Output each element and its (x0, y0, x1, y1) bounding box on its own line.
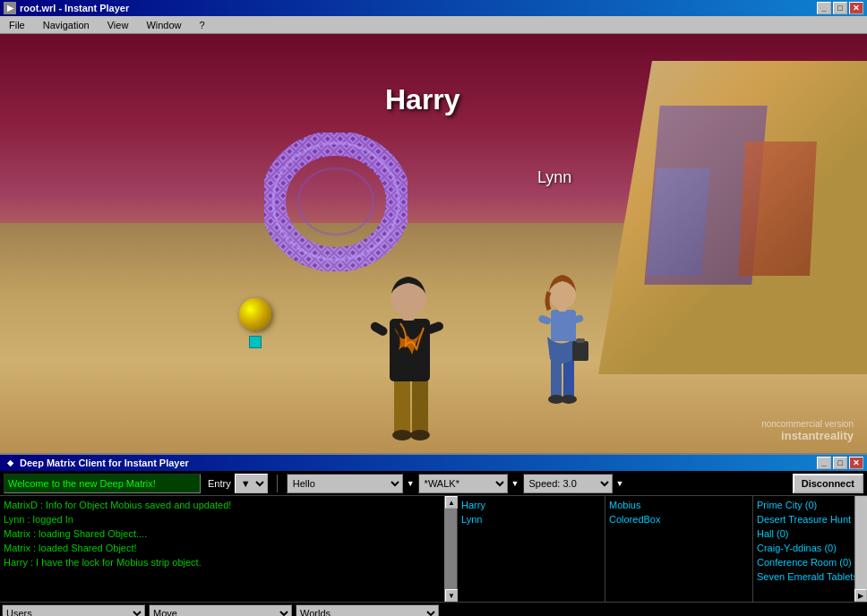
chat-message: Lynn : logged In (4, 512, 453, 526)
worlds-status-select[interactable]: Worlds (296, 604, 439, 617)
svg-rect-11 (369, 321, 389, 338)
svg-rect-6 (394, 377, 410, 435)
hello-select[interactable]: Hello (287, 474, 403, 493)
cyan-cube (249, 336, 262, 348)
welcome-input[interactable] (4, 474, 201, 493)
world-item[interactable]: Seven Emerald Tablets (757, 569, 863, 584)
main-title-bar: ▶ root.wrl - Instant Player _ □ ✕ (0, 0, 867, 16)
scroll-track (445, 509, 457, 589)
main-window-icon: ▶ (4, 2, 16, 14)
menu-bar: File Navigation View Window ? (0, 16, 867, 34)
chat-messages: MatrixD : Info for Object Mobius saved a… (0, 496, 457, 602)
wall-panel-blue (648, 168, 710, 276)
dm-title-bar: ◆ Deep Matrix Client for Instant Player … (0, 455, 867, 471)
svg-rect-7 (412, 377, 428, 435)
disconnect-button[interactable]: Disconnect (793, 474, 863, 493)
wall-panel-red (738, 141, 817, 276)
dm-window-controls: _ □ ✕ (817, 457, 863, 469)
chat-area: MatrixD : Info for Object Mobius saved a… (0, 496, 458, 602)
dm-window-icon: ◆ (4, 457, 16, 469)
chat-message: Matrix : loading Shared Object.... (4, 526, 453, 541)
world-item[interactable]: Conference Room (0) (757, 555, 863, 569)
yellow-sphere (239, 298, 271, 330)
maximize-button[interactable]: □ (833, 2, 847, 14)
menu-navigation[interactable]: Navigation (38, 18, 95, 32)
dm-content: MatrixD : Info for Object Mobius saved a… (0, 496, 867, 602)
world-item[interactable]: Desert Treasure Hunt ( (757, 512, 863, 526)
svg-point-9 (410, 430, 430, 441)
users-panel: HarryLynn (458, 496, 605, 602)
dm-close-button[interactable]: ✕ (849, 457, 863, 469)
svg-point-18 (561, 395, 577, 404)
harry-label: Harry (385, 83, 460, 116)
main-window-controls: _ □ ✕ (817, 2, 863, 14)
scroll-up-button[interactable]: ▲ (445, 496, 458, 509)
minimize-button[interactable]: _ (817, 2, 831, 14)
move-status-select[interactable]: Move (149, 604, 292, 617)
walk-select[interactable]: *WALK* (418, 474, 508, 493)
lynn-label: Lynn (537, 168, 571, 187)
svg-rect-22 (537, 314, 552, 325)
object-item[interactable]: Mobius (609, 498, 749, 512)
svg-rect-21 (576, 338, 585, 343)
main-window-title: root.wrl - Instant Player (20, 3, 129, 13)
chat-message: Matrix : loaded Shared Object! (4, 541, 453, 555)
menu-file[interactable]: File (4, 18, 30, 32)
menu-help[interactable]: ? (194, 18, 210, 32)
dm-toolbar: Entry ▼ Hello ▼ *WALK* ▼ Speed: 3.0 ▼ Di… (0, 471, 867, 496)
menu-window[interactable]: Window (141, 18, 186, 32)
dm-maximize-button[interactable]: □ (833, 457, 847, 469)
watermark-brand: instantreality (761, 429, 854, 442)
svg-rect-19 (551, 310, 576, 341)
worlds-panel: Prime City (0)Desert Treasure Hunt (Hall… (753, 496, 867, 602)
users-status-select[interactable]: Users (2, 604, 145, 617)
user-item[interactable]: Harry (461, 498, 601, 512)
user-item[interactable]: Lynn (461, 512, 601, 526)
3d-viewport[interactable]: Harry Lynn (0, 34, 867, 453)
scroll-down-button[interactable]: ▼ (445, 589, 458, 602)
bottom-panel: ◆ Deep Matrix Client for Instant Player … (0, 453, 867, 616)
harry-character (363, 238, 452, 444)
worlds-scrollbar[interactable]: ▶ (854, 496, 867, 602)
world-item[interactable]: Craig-Y-ddinas (0) (757, 541, 863, 555)
walk-dropdown-arrow: ▼ (511, 479, 519, 488)
watermark: noncommercial version instantreality (761, 419, 854, 442)
close-button[interactable]: ✕ (849, 2, 863, 14)
svg-point-5 (298, 168, 373, 235)
chat-scrollbar[interactable]: ▲ ▼ (444, 496, 457, 602)
worlds-scroll-right[interactable]: ▶ (854, 589, 867, 602)
chat-message: MatrixD : Info for Object Mobius saved a… (4, 498, 453, 512)
entry-label: Entry (208, 478, 231, 489)
objects-panel: MobiusColoredBox (605, 496, 753, 602)
watermark-line1: noncommercial version (761, 419, 854, 429)
svg-point-8 (392, 430, 412, 441)
dm-statusbar: Users Move Worlds (0, 602, 867, 616)
menu-view[interactable]: View (102, 18, 134, 32)
world-item[interactable]: Hall (0) (757, 526, 863, 541)
chat-message: Harry : I have the lock for Mobius strip… (4, 555, 453, 569)
hello-dropdown-arrow: ▼ (407, 479, 415, 488)
entry-dropdown[interactable]: ▼ (235, 474, 268, 493)
speed-select[interactable]: Speed: 3.0 (523, 474, 613, 493)
object-item[interactable]: ColoredBox (609, 512, 749, 526)
dm-window-title: Deep Matrix Client for Instant Player (20, 458, 189, 468)
svg-rect-20 (572, 341, 588, 361)
toolbar-separator (277, 475, 278, 492)
world-item[interactable]: Prime City (0) (757, 498, 863, 512)
dm-minimize-button[interactable]: _ (817, 457, 831, 469)
lynn-character (533, 261, 591, 408)
speed-dropdown-arrow: ▼ (616, 479, 624, 488)
